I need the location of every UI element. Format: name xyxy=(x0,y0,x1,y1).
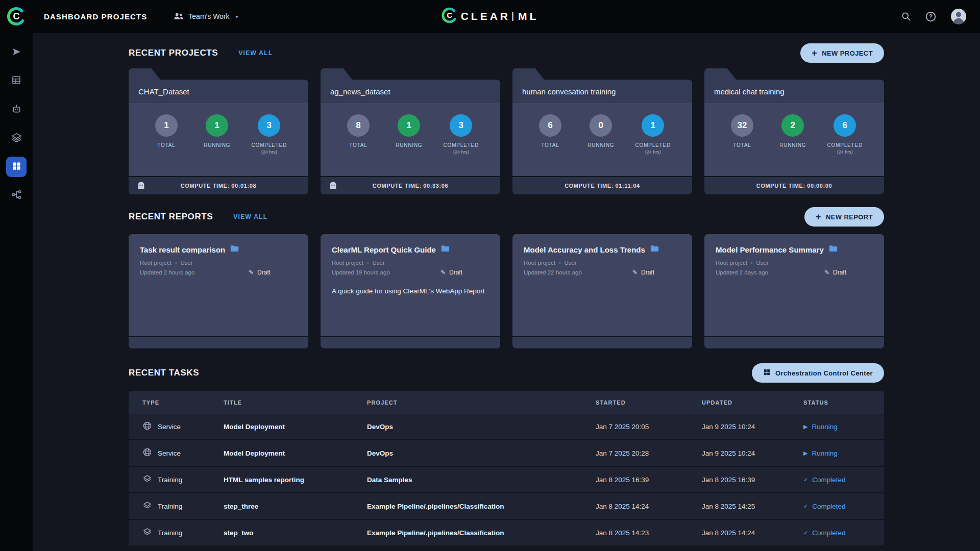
workspace-selector[interactable]: Team's Work ▾ xyxy=(174,12,238,20)
project-card[interactable]: human convesation training 6 TOTAL 0 RUN… xyxy=(512,68,692,194)
project-card-title: human convesation training xyxy=(512,80,692,103)
project-card-stats: 32 TOTAL 2 RUNNING 6 COMPLETED (24 hrs) xyxy=(704,103,884,176)
completed-count: 1 xyxy=(642,114,664,137)
report-card-footer xyxy=(512,337,692,348)
svg-text:?: ? xyxy=(929,13,933,19)
project-card[interactable]: ag_news_dataset 8 TOTAL 1 RUNNING 3 COMP… xyxy=(321,68,500,194)
report-meta: Root projectUser xyxy=(716,260,873,266)
chevron-down-icon: ▾ xyxy=(236,14,238,19)
stat-running: 1 RUNNING xyxy=(393,114,425,176)
draft-badge: ✎ Draft xyxy=(824,269,846,276)
draft-badge: ✎ Draft xyxy=(440,269,462,276)
projects-icon xyxy=(11,46,22,59)
status-badge: ▶ Running xyxy=(803,449,884,457)
recent-projects-title: RECENT PROJECTS xyxy=(129,48,218,58)
report-card-footer xyxy=(321,337,500,348)
report-description: A quick guide for using ClearML's WebApp… xyxy=(332,287,489,295)
stat-running: 1 RUNNING xyxy=(201,114,233,176)
report-card[interactable]: Model Performance Summary Root projectUs… xyxy=(704,234,884,348)
compute-time-bar: COMPUTE TIME: 00:01:08 xyxy=(129,177,308,194)
sidebar-item-projects[interactable] xyxy=(6,42,27,63)
project-card[interactable]: medical chat training 32 TOTAL 2 RUNNING… xyxy=(704,68,884,194)
top-bar: C DASHBOARD PROJECTS Team's Work ▾ C CLE… xyxy=(0,0,980,33)
folder-tab xyxy=(129,68,160,80)
total-count: 8 xyxy=(347,114,370,137)
report-card[interactable]: ClearML Report Quick Guide Root projectU… xyxy=(321,234,500,348)
project-card[interactable]: CHAT_Dataset 1 TOTAL 1 RUNNING 3 COMPLET… xyxy=(129,68,308,194)
report-card[interactable]: Model Accuracy and Loss Trends Root proj… xyxy=(512,234,692,348)
recent-tasks-table: TYPE TITLE PROJECT STARTED UPDATED STATU… xyxy=(129,391,884,546)
project-card-title: CHAT_Dataset xyxy=(129,80,308,103)
report-card[interactable]: Task result comparison Root projectUser … xyxy=(129,234,308,348)
new-report-button[interactable]: + NEW REPORT xyxy=(804,207,884,227)
help-icon[interactable]: ? xyxy=(925,11,936,22)
status-badge: ✓ Completed xyxy=(803,529,884,537)
report-updated: Updated 22 hours ago xyxy=(524,269,582,276)
robot-icon xyxy=(11,104,22,116)
stat-total: 6 TOTAL xyxy=(534,114,567,176)
ghost-icon xyxy=(328,181,338,191)
stat-completed: 3 COMPLETED (24 hrs) xyxy=(444,114,479,176)
clearml-logo[interactable]: C xyxy=(0,0,33,33)
task-row[interactable]: Service Model Deployment DevOps Jan 7 20… xyxy=(129,440,884,467)
report-cards-row: Task result comparison Root projectUser … xyxy=(129,234,884,348)
completed-count: 3 xyxy=(258,114,280,137)
sidebar-item-reports[interactable] xyxy=(6,71,27,91)
report-updated: Updated 2 days ago xyxy=(716,269,768,276)
sidebar-item-workers[interactable] xyxy=(6,99,27,120)
sidebar-item-datasets[interactable] xyxy=(6,128,27,148)
projects-view-all-link[interactable]: VIEW ALL xyxy=(238,49,273,57)
task-row[interactable]: Training step_three Example Pipeline/.pi… xyxy=(129,493,884,520)
recent-projects-header: RECENT PROJECTS VIEW ALL + NEW PROJECT xyxy=(129,43,884,63)
report-title: ClearML Report Quick Guide xyxy=(332,245,436,254)
stat-running: 0 RUNNING xyxy=(584,114,617,176)
sidebar-item-pipelines[interactable] xyxy=(6,185,27,206)
recent-tasks-header: RECENT TASKS Orchestration Control Cente… xyxy=(129,363,884,383)
report-meta: Root projectUser xyxy=(332,260,489,266)
report-title: Task result comparison xyxy=(140,245,225,254)
folder-tab xyxy=(512,68,544,80)
recent-reports-header: RECENT REPORTS VIEW ALL + NEW REPORT xyxy=(129,207,884,227)
pipelines-icon xyxy=(11,189,22,202)
clearml-wordmark-icon: C xyxy=(442,7,458,26)
report-meta: Root projectUser xyxy=(140,260,297,266)
stat-total: 1 TOTAL xyxy=(150,114,183,176)
stat-running: 2 RUNNING xyxy=(776,114,809,176)
plus-icon: + xyxy=(816,212,821,221)
draft-badge: ✎ Draft xyxy=(632,269,654,276)
running-icon: ▶ xyxy=(803,423,807,430)
running-icon: ▶ xyxy=(803,450,807,457)
report-updated: Updated 2 hours ago xyxy=(140,269,194,276)
report-card-footer xyxy=(704,337,884,348)
pencil-icon: ✎ xyxy=(440,269,446,276)
folder-icon xyxy=(441,245,450,254)
project-card-stats: 1 TOTAL 1 RUNNING 3 COMPLETED (24 hrs) xyxy=(129,103,308,176)
report-updated: Updated 19 hours ago xyxy=(332,269,390,276)
project-cards-row: CHAT_Dataset 1 TOTAL 1 RUNNING 3 COMPLET… xyxy=(129,68,884,194)
task-row[interactable]: Service Model Deployment DevOps Jan 7 20… xyxy=(129,414,884,440)
pencil-icon: ✎ xyxy=(632,269,638,276)
completed-count: 3 xyxy=(450,114,472,137)
avatar[interactable] xyxy=(950,8,967,24)
draft-badge: ✎ Draft xyxy=(249,269,271,276)
ghost-icon xyxy=(136,181,146,191)
wordmark-clear: CLEAR xyxy=(461,10,510,22)
orchestration-control-center-button[interactable]: Orchestration Control Center xyxy=(752,363,884,383)
status-badge: ▶ Running xyxy=(803,423,884,431)
folder-icon xyxy=(650,245,659,254)
svg-text:C: C xyxy=(13,11,19,21)
search-icon[interactable] xyxy=(901,11,911,21)
new-project-button[interactable]: + NEW PROJECT xyxy=(800,43,884,63)
reports-icon xyxy=(11,75,21,87)
workspace-label: Team's Work xyxy=(188,12,229,20)
task-row[interactable]: Training HTML samples reporting Data Sam… xyxy=(129,467,884,493)
grid-icon xyxy=(763,368,771,378)
running-count: 2 xyxy=(781,114,804,137)
sidebar-item-applications[interactable] xyxy=(6,157,27,177)
service-icon xyxy=(142,447,152,459)
task-row[interactable]: Training step_two Example Pipeline/.pipe… xyxy=(129,520,884,546)
reports-view-all-link[interactable]: VIEW ALL xyxy=(233,213,267,220)
running-count: 1 xyxy=(398,114,420,137)
wordmark-ml: ML xyxy=(518,10,538,22)
applications-icon xyxy=(12,161,21,173)
